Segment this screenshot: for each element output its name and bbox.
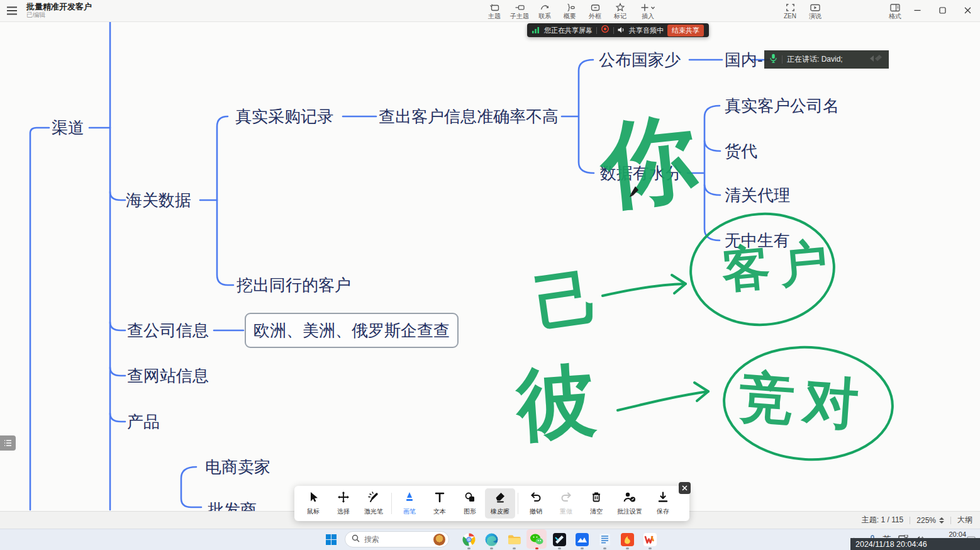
zoom-control[interactable]: 225%	[916, 516, 944, 525]
laser-pointer-icon	[367, 491, 380, 506]
boundary-icon	[590, 3, 601, 13]
outline-toggle[interactable]: 大纲	[957, 515, 972, 525]
node-freight-forwarder[interactable]: 货代	[725, 142, 757, 160]
record-icon[interactable]	[601, 25, 610, 36]
running-indicator	[649, 547, 652, 549]
hamburger-menu-icon[interactable]	[6, 6, 19, 16]
node-product[interactable]: 产品	[127, 413, 160, 430]
summary-button[interactable]: 概要	[557, 0, 582, 22]
close-toolbar-button[interactable]	[679, 482, 691, 494]
shapes-icon	[464, 491, 476, 506]
tool-label: 撤销	[530, 507, 542, 516]
maximize-button[interactable]	[930, 0, 955, 20]
mouse-tool-button[interactable]: 鼠标	[298, 488, 328, 519]
pen-icon	[403, 491, 416, 506]
chrome-icon[interactable]	[461, 532, 476, 547]
insert-button[interactable]: 插入	[633, 0, 663, 22]
shape-tool-button[interactable]: 图形	[455, 488, 485, 519]
cursor-icon	[307, 491, 320, 506]
node-domestic[interactable]: 国内-	[725, 51, 763, 69]
node-fabricated[interactable]: 无中生有	[725, 232, 790, 249]
present-button[interactable]: 演说	[803, 0, 828, 22]
subtopic-button[interactable]: 子主题	[507, 0, 532, 22]
zen-mode-button[interactable]: ZEN	[777, 0, 803, 22]
select-tool-button[interactable]: 选择	[328, 488, 359, 519]
tool-label: 批注设置	[617, 507, 642, 516]
topic-count: 主题: 1 / 115	[862, 515, 903, 525]
marker-button[interactable]: 标记	[608, 0, 633, 22]
taskbar-search[interactable]	[345, 531, 449, 547]
format-label: 格式	[889, 13, 901, 20]
minimize-button[interactable]	[905, 0, 930, 20]
topic-button[interactable]: 主题	[482, 0, 507, 22]
text-tool-icon	[433, 491, 446, 506]
star-icon	[615, 3, 625, 13]
status-divider	[950, 517, 951, 524]
node-website-lookup[interactable]: 查网站信息	[127, 367, 209, 384]
text-tool-button[interactable]: 文本	[425, 488, 455, 519]
capcut-icon[interactable]	[552, 532, 567, 547]
running-indicator	[603, 547, 606, 549]
marker-label: 标记	[614, 13, 626, 20]
banner-divider	[596, 27, 597, 34]
relationship-icon	[540, 3, 550, 13]
boundary-button[interactable]: 外框	[582, 0, 608, 22]
taskbar-clock[interactable]: 20:04	[937, 530, 966, 538]
save-annotation-button[interactable]: 保存	[648, 488, 678, 519]
node-peer-customers[interactable]: 挖出同行的客户	[237, 276, 351, 294]
file-explorer-icon[interactable]	[506, 532, 521, 547]
node-customs-data[interactable]: 海关数据	[126, 191, 191, 209]
status-divider	[910, 517, 910, 524]
annotation-toolbar: 鼠标 选择 激光笔 画笔 文本 图形 橡皮擦 撤销	[294, 486, 689, 521]
tool-label: 文本	[433, 507, 446, 516]
notes-app-icon[interactable]	[597, 532, 612, 547]
node-company-lookup[interactable]: 查公司信息	[127, 322, 209, 339]
relationship-button[interactable]: 联系	[532, 0, 557, 22]
outline-widget[interactable]	[0, 435, 16, 451]
search-highlight-image	[433, 534, 445, 546]
running-indicator	[513, 547, 516, 549]
zoom-level: 225%	[916, 516, 936, 525]
topic-label: 主题	[488, 13, 501, 20]
undo-button[interactable]: 撤销	[521, 488, 551, 519]
eraser-icon	[494, 491, 506, 506]
node-real-company-name[interactable]: 真实客户公司名	[725, 97, 839, 115]
pen-tool-button[interactable]: 画笔	[394, 488, 425, 519]
running-indicator	[467, 547, 471, 549]
summary-icon	[565, 3, 576, 13]
search-input[interactable]	[364, 535, 422, 544]
zoom-stepper-icon[interactable]	[939, 517, 944, 524]
node-ecommerce-seller[interactable]: 电商卖家	[205, 458, 270, 476]
node-watered-data[interactable]: 数据有水分	[600, 164, 682, 182]
pen-cursor	[628, 185, 642, 201]
stop-share-button[interactable]: 结束共享	[667, 25, 704, 36]
clear-button[interactable]: 清空	[581, 488, 611, 519]
toolbar-divider	[391, 493, 392, 514]
mindmap-connectors	[0, 0, 980, 550]
node-customs-broker[interactable]: 清关代理	[725, 186, 790, 204]
eraser-tool-button[interactable]: 橡皮擦	[485, 488, 515, 519]
laser-tool-button[interactable]: 激光笔	[359, 488, 389, 519]
wps-icon[interactable]	[642, 532, 657, 547]
redo-button[interactable]: 重做	[551, 488, 581, 519]
red-app-icon[interactable]	[620, 532, 635, 547]
node-channel[interactable]: 渠道	[52, 119, 84, 137]
start-button[interactable]	[323, 532, 338, 547]
wechat-icon[interactable]	[529, 532, 544, 547]
annotation-settings-button[interactable]: 批注设置	[611, 488, 648, 519]
node-low-accuracy[interactable]: 查出客户信息准确率不高	[379, 108, 559, 125]
node-purchase-records[interactable]: 真实采购记录	[235, 108, 333, 125]
play-icon	[810, 3, 821, 13]
window-controls	[905, 0, 980, 20]
insert-label: 插入	[642, 13, 654, 20]
meeting-app-icon[interactable]	[574, 532, 589, 547]
close-button[interactable]	[955, 0, 980, 20]
node-few-countries[interactable]: 公布国家少	[599, 51, 681, 69]
speaking-toast: 正在讲话: David;	[764, 50, 889, 69]
edge-icon[interactable]	[484, 532, 499, 547]
boundary-label: 外框	[589, 13, 601, 20]
node-qichacha[interactable]: 欧洲、美洲、俄罗斯企查查	[245, 313, 459, 348]
format-panel-button[interactable]: 格式	[883, 0, 908, 22]
top-toolbar: 批量精准开发客户 已编辑 主题 子主题 联系 概要 外框	[0, 0, 980, 22]
tool-label: 保存	[657, 507, 669, 516]
